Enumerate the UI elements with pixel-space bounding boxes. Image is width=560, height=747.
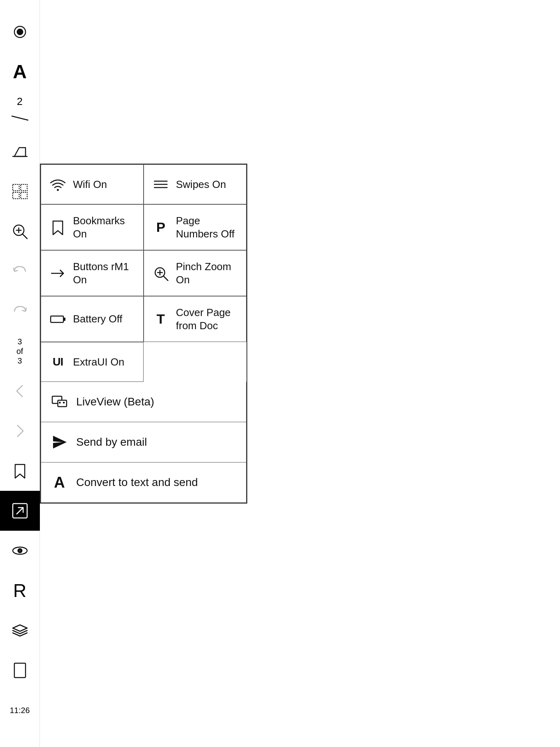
svg-rect-29 xyxy=(63,318,65,321)
extraui-label: ExtraUI On xyxy=(73,356,124,369)
swipes-icon xyxy=(152,176,170,193)
layers-button[interactable] xyxy=(0,611,40,650)
page-numbers-icon: P xyxy=(152,219,170,236)
page-numbers-item[interactable]: P Page Numbers Off xyxy=(144,204,246,250)
svg-rect-6 xyxy=(21,184,27,191)
battery-label: Battery Off xyxy=(73,312,122,326)
cover-page-label: Cover Page from Doc xyxy=(176,306,238,332)
convert-icon: A xyxy=(51,474,68,491)
svg-point-17 xyxy=(19,550,21,551)
svg-rect-33 xyxy=(63,402,65,403)
eraser-button[interactable] xyxy=(0,132,40,172)
send-email-action[interactable]: Send by email xyxy=(41,422,246,462)
svg-line-14 xyxy=(17,508,23,514)
pinch-zoom-icon xyxy=(152,265,170,282)
export-button[interactable] xyxy=(0,491,40,531)
svg-rect-32 xyxy=(59,402,61,403)
battery-item[interactable]: Battery Off xyxy=(41,296,144,342)
svg-marker-34 xyxy=(53,436,67,449)
swipes-item[interactable]: Swipes On xyxy=(144,164,246,204)
bookmark-button[interactable] xyxy=(0,451,40,491)
svg-line-2 xyxy=(12,116,28,120)
svg-rect-28 xyxy=(51,316,63,322)
battery-icon xyxy=(49,310,67,328)
liveview-icon xyxy=(51,393,68,411)
convert-send-label: Convert to text and send xyxy=(76,476,198,489)
pinch-zoom-label: Pinch Zoom On xyxy=(176,260,238,286)
time-display: 11:26 xyxy=(0,690,40,730)
page-info-display: 3 of 3 xyxy=(0,331,40,371)
svg-line-25 xyxy=(164,276,168,281)
font-button[interactable]: A xyxy=(0,52,40,92)
pen-number-button[interactable]: 2 xyxy=(0,92,40,132)
svg-rect-18 xyxy=(14,663,26,678)
bookmarks-item[interactable]: Bookmarks On xyxy=(41,204,144,250)
svg-marker-3 xyxy=(14,148,26,156)
record-button[interactable] xyxy=(0,12,40,52)
buttons-icon xyxy=(49,265,67,282)
cover-page-item[interactable]: T Cover Page from Doc xyxy=(144,296,246,342)
extraui-icon: UI xyxy=(49,353,67,371)
send-email-label: Send by email xyxy=(76,436,147,449)
prev-page-button[interactable] xyxy=(0,371,40,411)
convert-send-action[interactable]: A Convert to text and send xyxy=(41,462,246,503)
page-frame-button[interactable] xyxy=(0,650,40,690)
svg-point-1 xyxy=(17,29,23,35)
page-numbers-label: Page Numbers Off xyxy=(176,214,238,240)
r-label-button[interactable]: R xyxy=(0,571,40,611)
lasso-button[interactable] xyxy=(0,172,40,211)
eye-button[interactable] xyxy=(0,531,40,571)
bookmarks-label: Bookmarks On xyxy=(73,214,135,240)
wifi-label: Wifi On xyxy=(73,178,107,191)
settings-popup: Wifi On Swipes On Bookmarks On xyxy=(40,164,247,504)
swipes-label: Swipes On xyxy=(176,178,226,191)
redo-button[interactable] xyxy=(0,291,40,331)
undo-button[interactable] xyxy=(0,251,40,291)
svg-line-10 xyxy=(22,234,27,239)
buttons-item[interactable]: Buttons rM1 On xyxy=(41,250,144,296)
buttons-label: Buttons rM1 On xyxy=(73,260,135,286)
liveview-label: LiveView (Beta) xyxy=(76,395,154,408)
bookmark-icon xyxy=(49,219,67,236)
left-toolbar: A 2 xyxy=(0,0,40,747)
pinch-zoom-item[interactable]: Pinch Zoom On xyxy=(144,250,246,296)
send-email-icon xyxy=(51,433,68,451)
next-page-button[interactable] xyxy=(0,411,40,451)
settings-grid: Wifi On Swipes On Bookmarks On xyxy=(41,164,246,382)
extraui-item[interactable]: UI ExtraUI On xyxy=(41,342,144,382)
wifi-item[interactable]: Wifi On xyxy=(41,164,144,204)
svg-rect-5 xyxy=(13,184,19,191)
svg-rect-7 xyxy=(13,192,19,199)
cover-page-icon: T xyxy=(152,310,170,328)
svg-rect-8 xyxy=(21,192,27,199)
zoom-button[interactable] xyxy=(0,211,40,251)
liveview-action[interactable]: LiveView (Beta) xyxy=(41,382,246,422)
wifi-icon xyxy=(49,176,67,193)
svg-point-19 xyxy=(57,189,59,191)
